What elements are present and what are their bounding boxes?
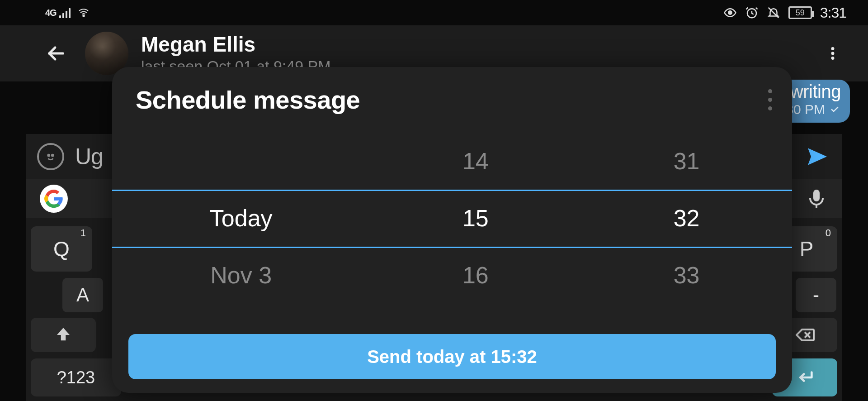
emoji-button[interactable] <box>37 143 64 170</box>
compose-text[interactable]: Ug <box>75 143 103 170</box>
notifications-off-icon <box>767 6 780 19</box>
battery-indicator: 59 <box>788 6 812 19</box>
alarm-icon <box>745 6 759 19</box>
svg-point-3 <box>831 47 835 50</box>
schedule-message-dialog: Schedule message Today Nov 3 14 15 16 31… <box>112 67 792 393</box>
svg-point-1 <box>728 11 732 14</box>
send-button[interactable] <box>805 144 830 169</box>
picker-min-sel[interactable]: 32 <box>581 190 792 247</box>
svg-point-4 <box>831 52 835 55</box>
svg-point-0 <box>83 15 84 16</box>
picker-min-prev[interactable]: 31 <box>581 133 792 190</box>
contact-name: Megan Ellis <box>141 32 331 57</box>
network-4g-indicator: 4G <box>45 8 71 18</box>
android-status-bar: 4G <box>0 0 868 25</box>
key-a[interactable]: A <box>62 278 103 312</box>
picker-hour-column[interactable]: 14 15 16 <box>370 133 581 305</box>
key-shift[interactable] <box>31 318 96 352</box>
back-button[interactable] <box>38 35 74 72</box>
schedule-send-button[interactable]: Send today at 15:32 <box>128 334 776 379</box>
wifi-icon <box>77 7 90 18</box>
svg-point-7 <box>52 154 53 156</box>
key-dash[interactable]: - <box>796 278 836 312</box>
picker-day-sel[interactable]: Today <box>112 190 370 247</box>
picker-day-column[interactable]: Today Nov 3 <box>112 133 370 305</box>
picker-hour-sel[interactable]: 15 <box>370 190 581 247</box>
visibility-icon <box>723 6 737 19</box>
svg-point-6 <box>48 154 50 156</box>
datetime-picker: Today Nov 3 14 15 16 31 32 33 <box>112 133 792 305</box>
google-assistant-button[interactable] <box>40 185 68 213</box>
schedule-send-label: Send today at 15:32 <box>367 347 537 367</box>
picker-day-next[interactable]: Nov 3 <box>112 247 370 304</box>
key-q[interactable]: Q1 <box>31 226 92 272</box>
chat-more-button[interactable] <box>819 40 846 67</box>
dialog-title: Schedule message <box>136 85 360 115</box>
picker-hour-next[interactable]: 16 <box>370 247 581 304</box>
status-clock: 3:31 <box>820 5 846 21</box>
dialog-more-button[interactable] <box>768 89 772 110</box>
keyboard-mic-button[interactable] <box>806 188 827 210</box>
picker-day-prev[interactable] <box>112 133 370 190</box>
key-symbols[interactable]: ?123 <box>31 358 121 396</box>
picker-minute-column[interactable]: 31 32 33 <box>581 133 792 305</box>
picker-min-next[interactable]: 33 <box>581 247 792 304</box>
picker-hour-prev[interactable]: 14 <box>370 133 581 190</box>
delivered-check-icon <box>829 105 841 114</box>
svg-point-5 <box>831 57 835 60</box>
